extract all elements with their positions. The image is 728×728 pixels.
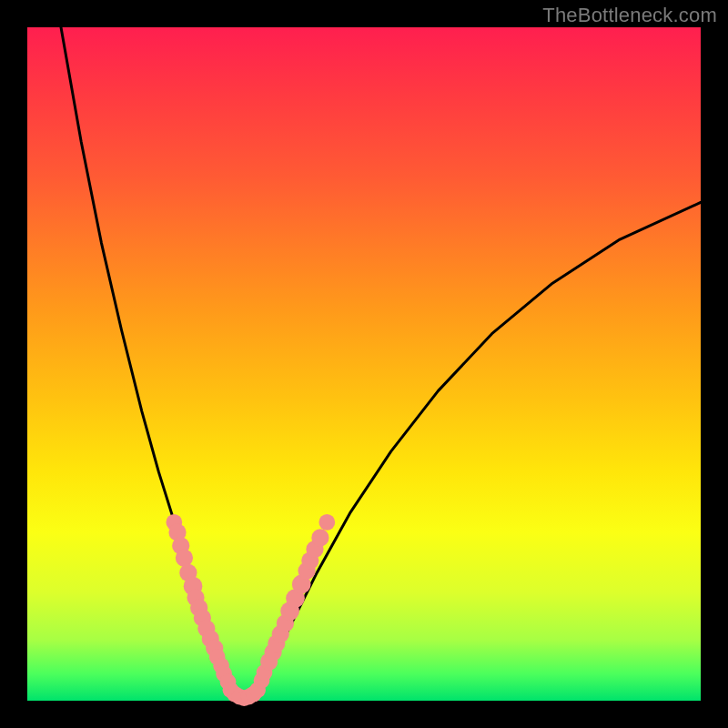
data-dot xyxy=(176,550,193,567)
curve-layer xyxy=(61,27,701,699)
chart-panel xyxy=(27,27,701,701)
dots-layer xyxy=(166,514,335,706)
watermark-text: TheBottleneck.com xyxy=(542,4,717,27)
data-dot xyxy=(318,514,335,531)
bottleneck-curve xyxy=(61,27,701,699)
chart-frame: TheBottleneck.com xyxy=(0,0,728,728)
data-dot xyxy=(311,529,329,546)
chart-svg xyxy=(27,27,701,701)
